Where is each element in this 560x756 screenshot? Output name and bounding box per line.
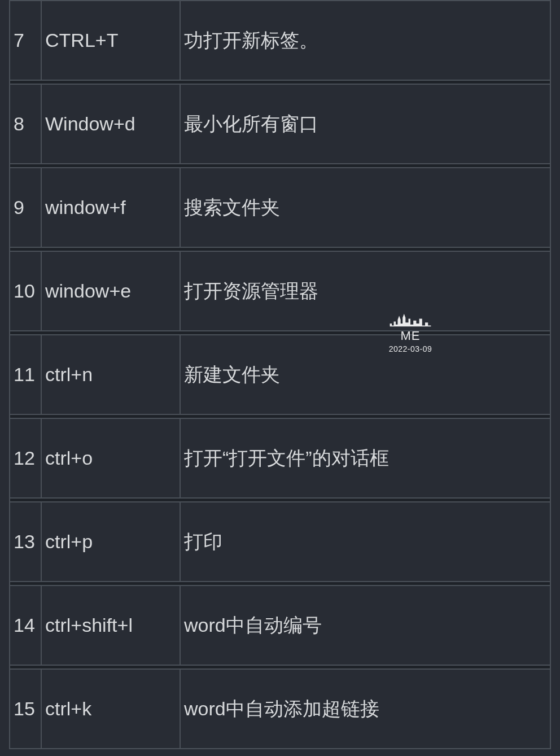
- table-row: 13ctrl+p打印: [10, 502, 550, 582]
- row-number: 14: [10, 585, 41, 665]
- row-number: 11: [10, 335, 41, 414]
- shortcut-description: 打开资源管理器: [180, 251, 550, 331]
- shortcut-key: ctrl+p: [41, 502, 180, 582]
- shortcut-description: 最小化所有窗口: [180, 84, 550, 164]
- row-number: 9: [10, 168, 41, 247]
- shortcut-key: window+f: [41, 168, 180, 247]
- row-separator: [10, 414, 550, 418]
- row-separator: [10, 247, 550, 251]
- table-row: 12ctrl+o打开“打开文件”的对话框: [10, 418, 550, 498]
- shortcut-key: ctrl+k: [41, 669, 180, 749]
- row-separator: [10, 331, 550, 335]
- shortcut-table-container: 7CTRL+T功打开新标签。8Window+d最小化所有窗口9window+f搜…: [0, 0, 560, 749]
- shortcut-description: 新建文件夹: [180, 335, 550, 414]
- table-row: 10window+e打开资源管理器: [10, 251, 550, 331]
- row-number: 15: [10, 669, 41, 749]
- shortcut-table: 7CTRL+T功打开新标签。8Window+d最小化所有窗口9window+f搜…: [9, 0, 551, 749]
- shortcut-key: ctrl+shift+l: [41, 585, 180, 665]
- row-separator: [10, 498, 550, 502]
- shortcut-key: Window+d: [41, 84, 180, 164]
- table-row: 7CTRL+T功打开新标签。: [10, 1, 550, 80]
- row-number: 8: [10, 84, 41, 164]
- row-number: 7: [10, 1, 41, 80]
- shortcut-key: CTRL+T: [41, 1, 180, 80]
- shortcut-description: 功打开新标签。: [180, 1, 550, 80]
- row-separator: [10, 665, 550, 669]
- table-row: 8Window+d最小化所有窗口: [10, 84, 550, 164]
- shortcut-key: window+e: [41, 251, 180, 331]
- shortcut-description: 搜索文件夹: [180, 168, 550, 247]
- row-number: 13: [10, 502, 41, 582]
- shortcut-key: ctrl+o: [41, 418, 180, 498]
- row-separator: [10, 582, 550, 585]
- row-number: 10: [10, 251, 41, 331]
- table-row: 15ctrl+kword中自动添加超链接: [10, 669, 550, 749]
- row-separator: [10, 164, 550, 168]
- table-row: 9window+f搜索文件夹: [10, 168, 550, 247]
- shortcut-key: ctrl+n: [41, 335, 180, 414]
- shortcut-description: 打印: [180, 502, 550, 582]
- shortcut-description: 打开“打开文件”的对话框: [180, 418, 550, 498]
- table-row: 14ctrl+shift+lword中自动编号: [10, 585, 550, 665]
- shortcut-description: word中自动添加超链接: [180, 669, 550, 749]
- table-row: 11ctrl+n新建文件夹: [10, 335, 550, 414]
- row-number: 12: [10, 418, 41, 498]
- shortcut-description: word中自动编号: [180, 585, 550, 665]
- row-separator: [10, 80, 550, 84]
